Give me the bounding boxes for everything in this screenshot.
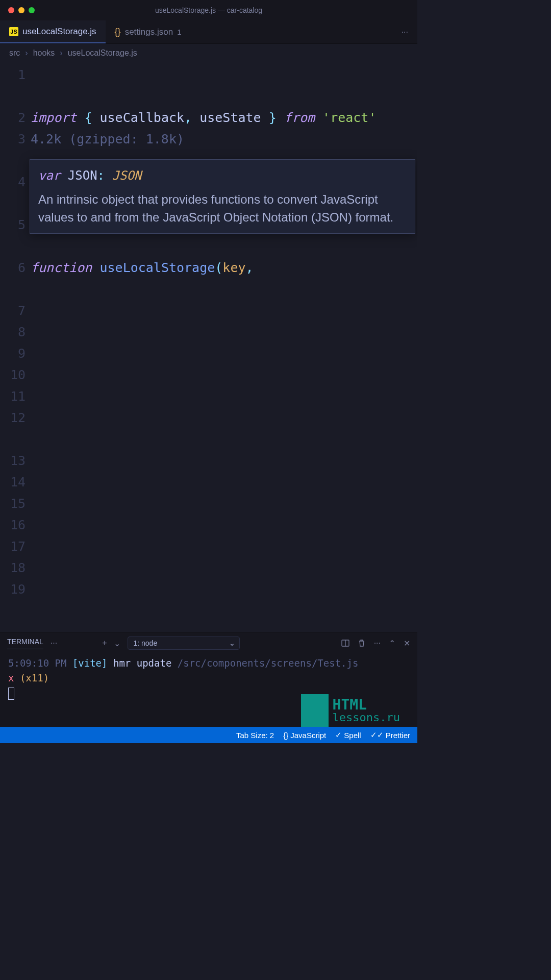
code-content[interactable]: import { useCallback, useState } from 'r… [31,62,417,632]
hover-signature: var JSON: JSON [38,167,407,185]
double-check-icon: ✓✓ [370,730,384,740]
tab-dirty-badge: 1 [177,28,181,36]
terminal-cursor [8,688,14,700]
watermark-logo: HTML lessons.ru [301,694,400,727]
terminal-tabs: TERMINAL ··· + ⌄ 1: node ⌄ ··· ⌃ ✕ [0,632,417,654]
terminal-tab[interactable]: TERMINAL [7,638,43,649]
line-number-gutter: 1 2 3 4 5 6 7 8 9 10 11 12 13 14 15 16 1… [0,62,31,632]
breadcrumb-segment[interactable]: hooks [33,48,55,58]
tab-label: settings.json [125,27,173,37]
check-icon: ✓ [335,730,342,740]
status-bar: Tab Size: 2 {} JavaScript ✓ Spell ✓✓ Pre… [0,727,417,743]
traffic-lights [8,7,35,13]
hover-description: An intrinsic object that provides functi… [38,191,407,227]
breadcrumb-segment[interactable]: src [9,48,20,58]
json-file-icon: {} [115,27,121,37]
status-language[interactable]: {} JavaScript [283,731,326,740]
h-logo-icon [301,694,329,727]
window-title: useLocalStorage.js — car-catalog [155,6,262,14]
breadcrumb-segment[interactable]: useLocalStorage.js [68,48,137,58]
status-tab-size[interactable]: Tab Size: 2 [236,731,274,740]
terminal-panel: TERMINAL ··· + ⌄ 1: node ⌄ ··· ⌃ ✕ 5:09:… [0,632,417,727]
terminal-overflow-icon[interactable]: ··· [51,639,57,648]
js-file-icon: JS [9,27,18,36]
chevron-down-icon[interactable]: ⌄ [114,639,120,648]
tab-uselocalstorage[interactable]: JS useLocalStorage.js [0,20,106,43]
minimize-window-icon[interactable] [18,7,24,13]
chevron-up-icon[interactable]: ⌃ [389,639,395,648]
split-panel-icon[interactable] [341,639,349,647]
close-icon[interactable]: ✕ [404,639,410,648]
status-prettier[interactable]: ✓✓ Prettier [370,730,410,740]
chevron-down-icon: ⌄ [229,639,235,647]
tab-label: useLocalStorage.js [22,27,96,37]
terminal-output[interactable]: 5:09:10 PM [vite] hmr update /src/compon… [0,654,417,727]
braces-icon: {} [283,731,288,740]
status-spell[interactable]: ✓ Spell [335,730,361,740]
title-bar: useLocalStorage.js — car-catalog [0,0,417,20]
editor-tabs: JS useLocalStorage.js {} settings.json 1… [0,20,417,44]
maximize-window-icon[interactable] [29,7,35,13]
chevron-right-icon: › [60,48,62,58]
tab-settings-json[interactable]: {} settings.json 1 [106,20,191,43]
chevron-right-icon: › [25,48,28,58]
ellipsis-icon[interactable]: ··· [374,639,381,648]
tab-overflow-menu[interactable]: ··· [392,20,417,43]
terminal-select[interactable]: 1: node ⌄ [128,636,240,650]
trash-icon[interactable] [358,639,366,647]
close-window-icon[interactable] [8,7,14,13]
hover-tooltip: var JSON: JSON An intrinsic object that … [30,159,415,234]
plus-icon[interactable]: + [102,639,107,648]
breadcrumb[interactable]: src › hooks › useLocalStorage.js [0,44,417,62]
code-editor[interactable]: 1 2 3 4 5 6 7 8 9 10 11 12 13 14 15 16 1… [0,62,417,632]
